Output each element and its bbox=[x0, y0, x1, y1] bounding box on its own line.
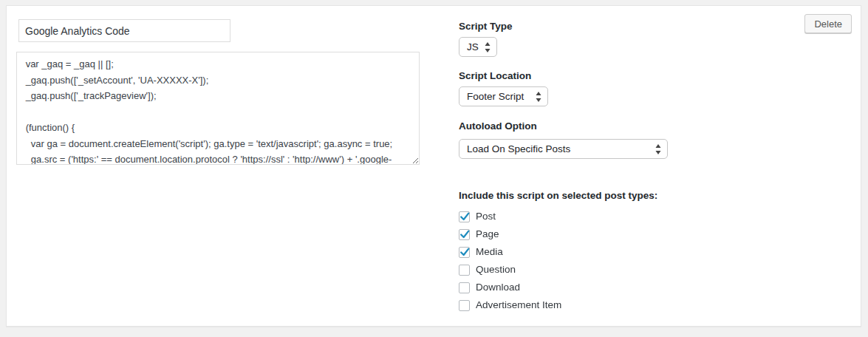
checkbox-icon[interactable] bbox=[459, 211, 470, 222]
script-settings-column: Script Type JS Script Location Footer Sc… bbox=[459, 21, 784, 314]
delete-button[interactable]: Delete bbox=[804, 14, 852, 33]
script-code-textarea[interactable]: var _gaq = _gaq || []; _gaq.push(['_setA… bbox=[16, 52, 420, 165]
post-type-option-label: Page bbox=[476, 228, 499, 240]
post-type-option-label: Advertisement Item bbox=[476, 299, 561, 311]
post-type-option-label: Download bbox=[476, 282, 520, 293]
script-type-label: Script Type bbox=[459, 21, 784, 33]
checkbox-icon[interactable] bbox=[459, 265, 470, 276]
post-types-heading: Include this script on selected post typ… bbox=[459, 190, 784, 202]
script-location-select[interactable]: Footer Script bbox=[459, 86, 548, 106]
checkbox-icon[interactable] bbox=[459, 229, 470, 240]
post-type-option[interactable]: Page bbox=[459, 225, 784, 243]
checkbox-icon[interactable] bbox=[459, 282, 470, 293]
autoload-option-label: Autoload Option bbox=[459, 120, 784, 132]
autoload-option-select[interactable]: Load On Specific Posts bbox=[459, 139, 668, 159]
post-type-option-label: Question bbox=[476, 264, 516, 276]
post-type-option-label: Post bbox=[476, 211, 496, 222]
post-type-option[interactable]: Post bbox=[459, 208, 784, 225]
script-location-select-wrap: Footer Script bbox=[459, 86, 548, 106]
post-type-option[interactable]: Question bbox=[459, 261, 784, 279]
post-type-option-label: Media bbox=[476, 246, 503, 258]
script-type-select[interactable]: JS bbox=[459, 37, 497, 57]
post-type-option[interactable]: Download bbox=[459, 279, 784, 296]
script-location-label: Script Location bbox=[459, 70, 784, 82]
checkbox-icon[interactable] bbox=[459, 247, 470, 258]
script-title-input[interactable] bbox=[18, 19, 230, 42]
script-editor-panel: var _gaq = _gaq || []; _gaq.push(['_setA… bbox=[6, 5, 861, 327]
post-type-option[interactable]: Media bbox=[459, 243, 784, 261]
post-type-checkbox-list: Post Page Media Question bbox=[459, 208, 784, 314]
script-type-select-wrap: JS bbox=[459, 37, 497, 57]
autoload-option-select-wrap: Load On Specific Posts bbox=[459, 139, 668, 159]
checkbox-icon[interactable] bbox=[459, 300, 470, 311]
post-type-option[interactable]: Advertisement Item bbox=[459, 296, 784, 314]
